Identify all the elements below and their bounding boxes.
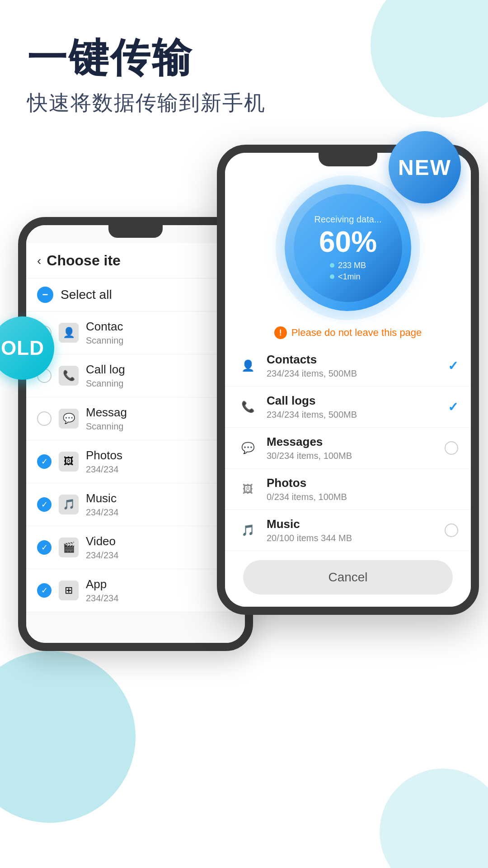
new-music-info: Music 20/100 items 344 MB xyxy=(267,517,445,543)
progress-number: 60 xyxy=(319,226,351,258)
new-messages-info: Messages 30/234 items, 100MB xyxy=(267,435,445,461)
progress-unit: % xyxy=(351,226,377,258)
radio-photos[interactable] xyxy=(37,454,52,469)
new-list-item[interactable]: 💬 Messages 30/234 items, 100MB xyxy=(225,428,471,469)
stat-dot-time xyxy=(330,274,334,279)
new-list-item[interactable]: 🎵 Music 20/100 items 344 MB xyxy=(225,510,471,551)
progress-stat-size: 233 MB xyxy=(330,261,366,270)
app-sub: 234/234 xyxy=(86,593,234,604)
progress-label: Receiving data... xyxy=(314,214,382,225)
new-badge-text: NEW xyxy=(398,155,451,180)
radio-music[interactable] xyxy=(37,497,52,512)
new-messages-radio[interactable] xyxy=(445,441,458,455)
app-name: App xyxy=(86,577,234,591)
new-contacts-name: Contacts xyxy=(267,353,448,367)
list-item[interactable]: 🖼 Photos 234/234 xyxy=(26,440,245,483)
blob-top-right-decoration xyxy=(371,0,488,118)
new-contacts-sub: 234/234 items, 500MB xyxy=(267,368,448,379)
video-icon: 🎬 xyxy=(59,538,79,557)
photos-info: Photos 234/234 xyxy=(86,448,234,475)
warning-text: Please do not leave this page xyxy=(291,327,422,339)
list-item[interactable]: 🎵 Music 234/234 xyxy=(26,483,245,526)
radio-messages[interactable] xyxy=(37,411,52,426)
list-item[interactable]: 📞 Call log Scanning xyxy=(26,354,245,397)
old-badge-text: OLD xyxy=(1,337,44,359)
messages-icon: 💬 xyxy=(59,409,79,429)
back-arrow-icon[interactable]: ‹ xyxy=(37,254,41,268)
old-phone-content: ‹ Choose ite Select all 👤 Contac Scannin… xyxy=(26,225,245,643)
list-item[interactable]: 👤 Contac Scanning xyxy=(26,311,245,354)
new-badge: NEW xyxy=(389,131,461,203)
music-name: Music xyxy=(86,491,234,505)
calllogs-info: Call log Scanning xyxy=(86,363,234,389)
new-list-item[interactable]: 👤 Contacts 234/234 items, 500MB ✓ xyxy=(225,345,471,387)
new-messages-sub: 30/234 items, 100MB xyxy=(267,451,445,461)
stat-size-label: 233 MB xyxy=(338,261,366,270)
new-music-sub: 20/100 items 344 MB xyxy=(267,533,445,543)
list-item[interactable]: 💬 Messag Scanning xyxy=(26,397,245,440)
new-contacts-check: ✓ xyxy=(448,359,458,373)
cancel-button[interactable]: Cancel xyxy=(243,560,453,594)
select-all-row[interactable]: Select all xyxy=(26,278,245,311)
radio-video[interactable] xyxy=(37,540,52,555)
main-title: 一键传输 xyxy=(27,36,266,80)
progress-percent: 60% xyxy=(319,227,377,256)
list-item[interactable]: ⊞ App 234/234 xyxy=(26,569,245,612)
calllogs-icon: 📞 xyxy=(59,366,79,386)
new-contacts-icon: 👤 xyxy=(238,355,258,376)
new-phone: Receiving data... 60% 233 MB <1min xyxy=(217,145,479,615)
contacts-info: Contac Scanning xyxy=(86,320,234,346)
old-phone-notch xyxy=(108,225,163,238)
progress-stat-time: <1min xyxy=(330,272,361,282)
music-icon: 🎵 xyxy=(59,495,79,514)
phones-container: OLD ‹ Choose ite Select all 👤 Contac Sca… xyxy=(0,145,488,868)
new-photos-info: Photos 0/234 items, 100MB xyxy=(267,476,458,502)
progress-circle-outer: Receiving data... 60% 233 MB <1min xyxy=(285,184,411,311)
old-choose-header: ‹ Choose ite xyxy=(26,243,245,278)
choose-title: Choose ite xyxy=(47,252,121,269)
new-list-item[interactable]: 🖼 Photos 0/234 items, 100MB xyxy=(225,469,471,510)
new-music-radio[interactable] xyxy=(445,524,458,537)
new-list-item[interactable]: 📞 Call logs 234/234 items, 500MB ✓ xyxy=(225,387,471,428)
warning-icon: ! xyxy=(274,326,287,339)
music-info: Music 234/234 xyxy=(86,491,234,518)
new-messages-icon: 💬 xyxy=(238,438,258,458)
sub-title: 快速将数据传输到新手机 xyxy=(27,89,266,117)
new-phone-notch xyxy=(319,153,377,166)
new-contacts-info: Contacts 234/234 items, 500MB xyxy=(267,353,448,379)
progress-stats: 233 MB <1min xyxy=(330,261,366,282)
app-info: App 234/234 xyxy=(86,577,234,604)
new-messages-name: Messages xyxy=(267,435,445,449)
new-calllogs-check: ✓ xyxy=(448,400,458,415)
list-item[interactable]: 🎬 Video 234/234 xyxy=(26,526,245,569)
messages-sub: Scanning xyxy=(86,421,234,432)
video-name: Video xyxy=(86,534,234,548)
video-sub: 234/234 xyxy=(86,550,234,561)
calllogs-sub: Scanning xyxy=(86,378,234,389)
stat-dot-size xyxy=(330,263,334,268)
new-calllogs-info: Call logs 234/234 items, 500MB xyxy=(267,394,448,420)
contacts-icon: 👤 xyxy=(59,323,79,343)
new-calllogs-name: Call logs xyxy=(267,394,448,408)
messages-info: Messag Scanning xyxy=(86,406,234,432)
photos-icon: 🖼 xyxy=(59,452,79,472)
new-calllogs-sub: 234/234 items, 500MB xyxy=(267,410,448,420)
contacts-sub: Scanning xyxy=(86,335,234,346)
warning-row: ! Please do not leave this page xyxy=(225,320,471,345)
stat-time-label: <1min xyxy=(338,272,361,282)
select-all-label: Select all xyxy=(61,288,112,302)
header-section: 一键传输 快速将数据传输到新手机 xyxy=(27,36,266,117)
new-music-icon: 🎵 xyxy=(238,520,258,541)
select-all-icon xyxy=(37,287,53,303)
music-sub: 234/234 xyxy=(86,507,234,518)
radio-app[interactable] xyxy=(37,583,52,598)
new-photos-icon: 🖼 xyxy=(238,479,258,500)
new-photos-name: Photos xyxy=(267,476,458,490)
app-icon: ⊞ xyxy=(59,580,79,600)
progress-circle-inner: Receiving data... 60% 233 MB <1min xyxy=(294,193,402,302)
messages-name: Messag xyxy=(86,406,234,420)
photos-name: Photos xyxy=(86,448,234,462)
new-calllogs-icon: 📞 xyxy=(238,396,258,417)
new-music-name: Music xyxy=(267,517,445,531)
calllogs-name: Call log xyxy=(86,363,234,377)
